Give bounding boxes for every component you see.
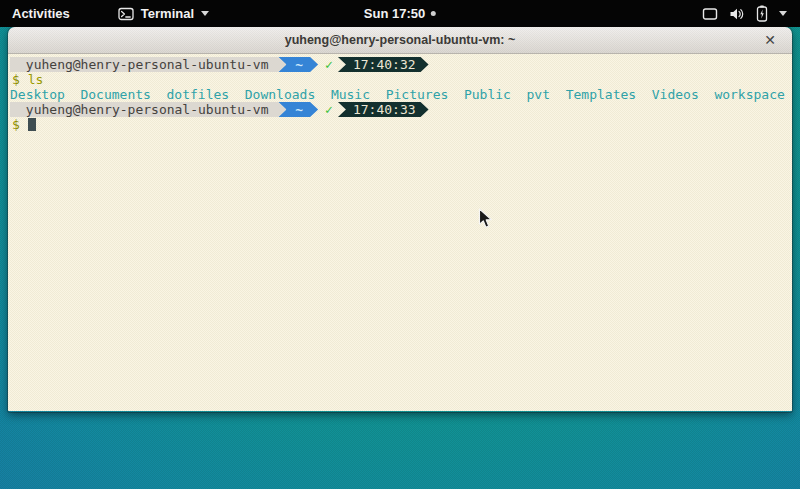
ls-item: Downloads <box>245 87 315 102</box>
chevron-down-icon <box>779 11 787 16</box>
ls-item: Music <box>331 87 370 102</box>
app-menu-label: Terminal <box>141 6 194 21</box>
ls-item: dotfiles <box>167 87 230 102</box>
ls-item: Videos <box>652 87 699 102</box>
ls-item: Templates <box>566 87 636 102</box>
status-check-icon: ✓ <box>318 57 338 72</box>
clock-button[interactable]: Sun 17:50 <box>364 0 436 27</box>
terminal-content[interactable]: yuheng@henry-personal-ubuntu-vm ~ ✓ 17:4… <box>8 54 792 411</box>
prompt-user-host: yuheng@henry-personal-ubuntu-vm <box>10 57 286 72</box>
typed-command: ls <box>28 72 44 87</box>
terminal-cursor <box>28 118 36 131</box>
chevron-down-icon <box>201 11 209 16</box>
prompt-time-segment: 17:40:33 <box>338 102 429 117</box>
status-check-icon: ✓ <box>318 102 338 117</box>
app-menu-terminal[interactable]: Terminal <box>110 0 217 27</box>
ls-item: workspace <box>714 87 784 102</box>
ls-item: Pictures <box>386 87 449 102</box>
window-titlebar[interactable]: yuheng@henry-personal-ubuntu-vm: ~ ✕ <box>8 27 792 54</box>
activities-label: Activities <box>12 6 70 21</box>
command-line: $ ls <box>10 72 790 87</box>
activities-button[interactable]: Activities <box>0 0 82 27</box>
ls-item: Desktop <box>10 87 65 102</box>
prompt-user-host: yuheng@henry-personal-ubuntu-vm <box>10 102 286 117</box>
prompt-time-segment: 17:40:32 <box>338 57 429 72</box>
battery-charging-icon <box>756 5 768 22</box>
system-status-area[interactable] <box>689 0 800 27</box>
ls-output-row: DesktopDocumentsdotfilesDownloadsMusicPi… <box>10 87 790 102</box>
desktop: { "top_bar": { "activities": "Activities… <box>0 0 800 489</box>
current-command-line: $ <box>10 117 790 132</box>
window-title: yuheng@henry-personal-ubuntu-vm: ~ <box>285 33 516 47</box>
display-icon <box>702 7 718 21</box>
ls-item: Public <box>464 87 511 102</box>
prompt-line: yuheng@henry-personal-ubuntu-vm ~ ✓ 17:4… <box>10 102 790 117</box>
volume-icon <box>729 7 745 21</box>
clock-label: Sun 17:50 <box>364 6 425 21</box>
prompt-symbol: $ <box>10 72 20 87</box>
ls-item: pvt <box>527 87 550 102</box>
close-button[interactable]: ✕ <box>758 27 782 54</box>
ls-item: Documents <box>80 87 150 102</box>
terminal-window: yuheng@henry-personal-ubuntu-vm: ~ ✕ yuh… <box>8 27 792 412</box>
notification-dot <box>431 11 436 16</box>
terminal-icon <box>118 7 134 21</box>
top-bar: Activities Terminal Sun 17:50 <box>0 0 800 27</box>
prompt-line: yuheng@henry-personal-ubuntu-vm ~ ✓ 17:4… <box>10 57 790 72</box>
prompt-symbol: $ <box>10 117 20 132</box>
